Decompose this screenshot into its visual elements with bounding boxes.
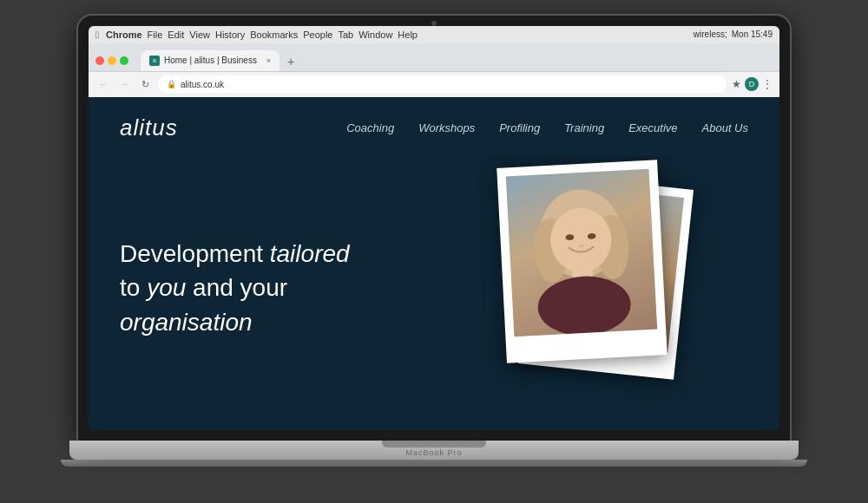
menubar-bookmarks[interactable]: Bookmarks — [250, 29, 298, 40]
tab-favicon: a — [149, 56, 160, 66]
clock: Mon 15:49 — [732, 29, 773, 39]
nav-links: Coaching Workshops Profiling Training Ex… — [346, 121, 748, 134]
new-tab-button[interactable]: + — [281, 52, 300, 71]
hero-line2-italic: you — [147, 274, 186, 301]
hero-line1-text: Development — [120, 240, 270, 267]
menu-dots-icon[interactable]: ⋮ — [762, 78, 773, 90]
close-window-button[interactable] — [95, 56, 104, 65]
tab-title: Home | alitus | Business Coac... — [164, 56, 260, 65]
site-logo[interactable]: alitus — [120, 114, 178, 141]
macos-menubar:  Chrome File Edit View History Bookmark… — [89, 26, 779, 43]
menubar-history[interactable]: History — [215, 29, 245, 40]
laptop-base: MacBook Pro — [69, 441, 799, 460]
back-button[interactable]: ← — [95, 76, 111, 92]
forward-button[interactable]: → — [116, 76, 132, 92]
nav-about[interactable]: About Us — [702, 121, 748, 134]
photo-image-front — [506, 168, 657, 336]
screen-bezel:  Chrome File Edit View History Bookmark… — [78, 16, 790, 441]
laptop:  Chrome File Edit View History Bookmark… — [61, 16, 807, 488]
hero-line1-italic: tailored — [270, 240, 350, 267]
screen:  Chrome File Edit View History Bookmark… — [89, 26, 779, 430]
address-actions: ★ D ⋮ — [732, 77, 773, 91]
reload-button[interactable]: ↻ — [137, 76, 153, 92]
menubar-file[interactable]: File — [148, 29, 163, 40]
address-bar-row: ← → ↻ 🔒 alitus.co.uk ★ D ⋮ — [89, 71, 779, 97]
window-controls — [89, 52, 135, 65]
tab-bar: a Home | alitus | Business Coac... × + — [135, 47, 779, 71]
hero-headline: Development tailored to you and your org… — [120, 237, 350, 339]
menubar-chrome[interactable]: Chrome — [106, 29, 142, 40]
macbook-label: MacBook Pro — [405, 448, 462, 457]
menubar-people[interactable]: People — [303, 29, 332, 40]
laptop-foot — [61, 460, 807, 467]
active-tab[interactable]: a Home | alitus | Business Coac... × — [141, 50, 279, 71]
nav-training[interactable]: Training — [564, 121, 604, 134]
site-navigation: alitus Coaching Workshops Profiling Trai… — [89, 97, 779, 155]
wifi-icon: wireless; — [694, 29, 727, 39]
menubar-window[interactable]: Window — [358, 29, 392, 40]
nav-executive[interactable]: Executive — [628, 121, 677, 134]
lock-icon: 🔒 — [167, 80, 176, 88]
hero-line2-suffix: and your — [186, 274, 287, 301]
minimize-window-button[interactable] — [108, 56, 116, 65]
laptop-notch — [382, 441, 486, 447]
menubar-help[interactable]: Help — [398, 29, 418, 40]
svg-point-6 — [536, 273, 633, 336]
address-input[interactable]: 🔒 alitus.co.uk — [158, 75, 727, 93]
hero-line2-prefix: to — [120, 274, 147, 301]
hero-section: Development tailored to you and your org… — [89, 155, 779, 430]
menubar-view[interactable]: View — [189, 29, 210, 40]
hero-line3-italic: organisation — [120, 309, 253, 336]
bookmark-star-icon[interactable]: ★ — [732, 78, 741, 90]
nav-coaching[interactable]: Coaching — [346, 121, 394, 134]
menubar-edit[interactable]: Edit — [168, 29, 184, 40]
maximize-window-button[interactable] — [120, 56, 128, 65]
hero-text: Development tailored to you and your org… — [120, 237, 350, 339]
url-text: alitus.co.uk — [181, 80, 224, 89]
nav-profiling[interactable]: Profiling — [499, 121, 540, 134]
person-illustration — [506, 168, 657, 336]
menubar-tab[interactable]: Tab — [338, 29, 353, 40]
tab-close-button[interactable]: × — [266, 56, 271, 65]
apple-icon:  — [95, 29, 99, 40]
profile-icon[interactable]: D — [745, 77, 759, 91]
nav-workshops[interactable]: Workshops — [418, 121, 475, 134]
photo-frame-front — [496, 160, 667, 363]
chrome-ui: a Home | alitus | Business Coac... × + ←… — [89, 43, 779, 97]
system-icons: wireless; Mon 15:49 — [694, 29, 773, 39]
photo-stack — [502, 164, 693, 389]
camera-dot — [431, 21, 437, 26]
website-content: alitus Coaching Workshops Profiling Trai… — [89, 97, 779, 430]
